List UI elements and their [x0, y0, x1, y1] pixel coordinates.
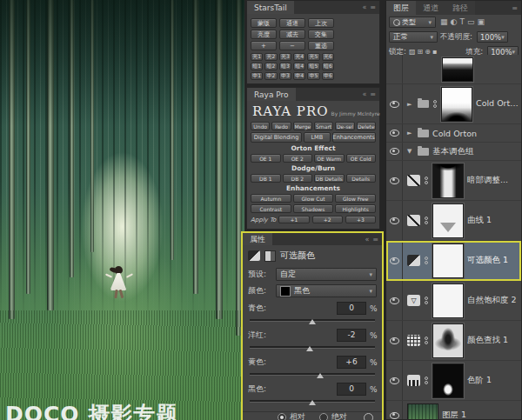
layer-mask-thumbnail[interactable] — [432, 243, 464, 278]
mask-link-icon[interactable] — [432, 100, 438, 108]
luminosity-mask-button-2[interactable]: 亮2 — [264, 53, 277, 61]
visibility-toggle[interactable] — [386, 361, 403, 400]
rayapro-quick-button-1[interactable]: Undo — [251, 122, 270, 130]
dodge-burn-button-1[interactable]: DB 1 — [251, 174, 281, 183]
luminosity-mask-button-12[interactable]: 暗6 — [322, 63, 334, 70]
expand-collapse-arrow[interactable]: ▼ — [407, 148, 414, 155]
enhancement-button-2[interactable]: Glow Cut — [293, 194, 334, 203]
tab-paths[interactable]: 路径 — [445, 1, 475, 15]
apply-to-button-1[interactable]: +1 — [278, 216, 309, 223]
rayapro-quick-button-3[interactable]: Merge — [293, 122, 312, 130]
luminosity-mask-button-1[interactable]: 亮1 — [251, 53, 263, 61]
rayapro-quick-button-6[interactable]: Delete — [357, 122, 376, 130]
layer-mask-thumbnail[interactable] — [442, 57, 473, 82]
apply-to-button-2[interactable]: +2 — [312, 216, 343, 223]
visibility-toggle[interactable] — [386, 401, 403, 419]
rayapro-nav-button-1[interactable]: Digital Blending — [251, 132, 302, 143]
color-lookup-icon[interactable] — [407, 335, 420, 346]
orton-button-2[interactable]: OE 2 — [283, 154, 313, 163]
layer-row-可选颜色 1[interactable]: 可选颜色 1 — [386, 241, 521, 281]
panel-menu-icon[interactable]: ≡ — [370, 90, 376, 98]
layer-row-颜色查找 1[interactable]: 颜色查找 1 — [386, 321, 521, 361]
starstail-button-2[interactable]: 通道 — [279, 18, 305, 28]
preset-dropdown[interactable]: 自定▾ — [276, 268, 377, 281]
layer-name[interactable]: 基本调色组 — [432, 146, 474, 157]
clip-to-layer-icon[interactable] — [264, 250, 276, 262]
slider-thumb[interactable] — [309, 319, 316, 324]
layer-mask-thumbnail[interactable] — [432, 203, 464, 238]
luminosity-mask-button-14[interactable]: 中2 — [264, 72, 277, 80]
visibility-toggle[interactable] — [386, 281, 403, 320]
rayapro-quick-button-2[interactable]: Redo — [271, 122, 291, 130]
luminosity-mask-button-6[interactable]: 亮6 — [322, 53, 334, 61]
luminosity-mask-button-7[interactable]: 暗1 — [251, 63, 263, 70]
starstail-button-2[interactable]: 减去 — [279, 30, 305, 39]
enhancement-button-2[interactable]: Shadows — [293, 204, 334, 213]
layer-row-暗部调整...[interactable]: 暗部调整... — [386, 161, 521, 201]
enhancement-button-1[interactable]: Autumn — [251, 194, 291, 203]
layer-row-基本调色组[interactable]: ▼基本调色组 — [386, 143, 521, 161]
enhancement-button-3[interactable]: Highlights — [335, 204, 376, 213]
slider-track[interactable] — [248, 397, 377, 405]
visibility-toggle[interactable] — [386, 55, 403, 83]
tab-channels[interactable]: 通道 — [416, 1, 445, 15]
mask-link-icon[interactable] — [424, 217, 429, 224]
layer-name[interactable]: 图层 1 — [442, 410, 466, 419]
layer-mask-thumbnail[interactable] — [432, 163, 464, 198]
tab-properties[interactable]: 属性 — [243, 233, 272, 245]
selective-color-icon[interactable] — [407, 255, 420, 266]
collapse-icon[interactable]: « — [362, 3, 366, 11]
visibility-toggle[interactable] — [386, 201, 403, 240]
starstail-button-1[interactable]: + — [251, 41, 277, 50]
layer-name[interactable]: 暗部调整... — [467, 175, 508, 186]
rayapro-quick-button-5[interactable]: De-sel — [335, 122, 354, 130]
slider-track[interactable] — [248, 370, 377, 378]
visibility-toggle[interactable] — [386, 241, 403, 280]
layer-name[interactable]: Cold Orton 副本 — [476, 98, 521, 110]
filter-type-icon[interactable]: T — [459, 18, 465, 26]
starstail-button-3[interactable]: 重选 — [308, 41, 334, 50]
luminosity-mask-button-17[interactable]: 中5 — [307, 72, 319, 80]
levels-icon[interactable] — [407, 375, 420, 386]
starstail-button-3[interactable]: 交集 — [308, 30, 334, 39]
luminosity-mask-button-16[interactable]: 中4 — [293, 72, 305, 80]
starstail-button-2[interactable]: − — [279, 41, 305, 50]
colors-dropdown[interactable]: 黑色▾ — [276, 284, 377, 297]
layer-name[interactable]: 色阶 1 — [467, 375, 492, 386]
filter-smart-object-icon[interactable]: ▣ — [477, 18, 485, 26]
luminosity-mask-button-4[interactable]: 亮4 — [293, 53, 305, 61]
filter-type-dropdown[interactable]: 类型 ▾ — [389, 17, 436, 28]
luminosity-mask-button-13[interactable]: 中1 — [251, 72, 263, 80]
layer-row-曲线 1[interactable]: 曲线 1 — [386, 201, 521, 241]
starstail-button-1[interactable]: 亮度 — [251, 30, 277, 39]
visibility-toggle[interactable] — [386, 84, 403, 123]
luminosity-mask-button-11[interactable]: 暗5 — [307, 63, 319, 70]
tab-layers[interactable]: 图层 — [386, 1, 416, 15]
luminosity-mask-button-5[interactable]: 亮5 — [307, 53, 319, 61]
dodge-burn-button-4[interactable]: Details — [346, 174, 377, 183]
blend-mode-dropdown[interactable]: 正常▾ — [389, 31, 438, 43]
mask-link-icon[interactable] — [424, 177, 429, 184]
forest-photo-canvas[interactable]: DOCO 摄影专题 — [0, 0, 244, 420]
layer-mask-thumbnail[interactable] — [432, 323, 464, 358]
slider-value-input[interactable]: -2 — [337, 329, 366, 342]
layer-row-色阶 1[interactable]: 色阶 1 — [386, 361, 521, 401]
rayapro-nav-button-3[interactable]: Enhancements — [332, 132, 376, 143]
starstail-button-3[interactable]: 上次 — [308, 18, 334, 28]
expand-collapse-arrow[interactable]: ► — [407, 130, 414, 137]
luminosity-mask-button-9[interactable]: 暗3 — [279, 63, 291, 70]
layer-name[interactable]: 可选颜色 1 — [467, 255, 508, 266]
mask-link-icon[interactable] — [424, 297, 429, 304]
layer-thumbnail[interactable] — [407, 403, 438, 420]
visibility-toggle[interactable] — [386, 143, 403, 160]
opacity-value[interactable]: 100%▾ — [477, 31, 508, 43]
tab-starstail[interactable]: StarsTail — [247, 1, 294, 14]
panel-menu-icon[interactable]: ≡ — [370, 3, 376, 11]
slider-thumb[interactable] — [309, 400, 316, 405]
curves-icon[interactable] — [407, 175, 420, 186]
apply-to-button-3[interactable]: +3 — [345, 216, 376, 223]
orton-button-1[interactable]: OE 1 — [251, 154, 281, 163]
visibility-toggle[interactable] — [386, 321, 403, 360]
dodge-burn-button-2[interactable]: DB 2 — [283, 174, 313, 183]
collapse-icon[interactable]: « — [362, 90, 366, 98]
